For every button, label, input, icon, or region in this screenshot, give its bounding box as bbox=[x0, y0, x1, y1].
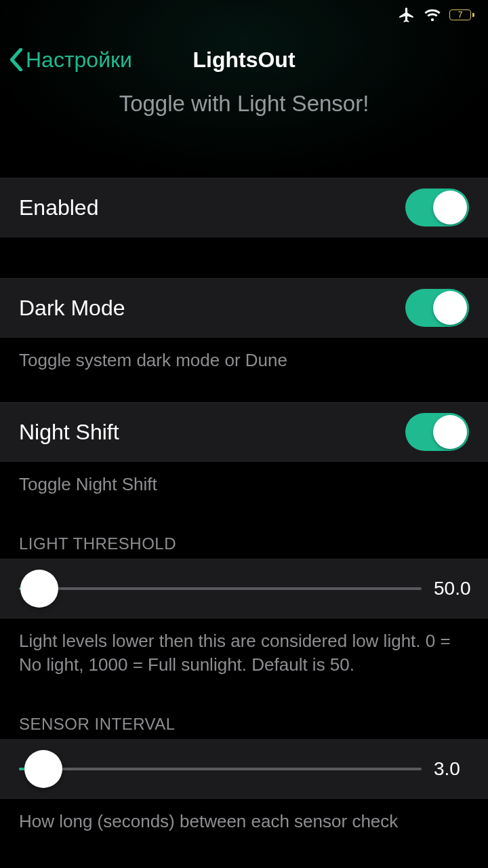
page-title: LightsOut bbox=[192, 47, 295, 73]
interval-slider[interactable] bbox=[19, 755, 422, 783]
chevron-left-icon bbox=[9, 48, 23, 71]
back-label: Настройки bbox=[26, 47, 132, 73]
airplane-mode-icon bbox=[398, 6, 415, 24]
interval-header: SENSOR INTERVAL bbox=[0, 693, 488, 739]
nav-bar: Настройки LightsOut bbox=[0, 30, 488, 90]
interval-row: 3.0 bbox=[0, 739, 488, 799]
threshold-footer: Light levels lower then this are conside… bbox=[0, 618, 488, 693]
darkmode-row: Dark Mode bbox=[0, 278, 488, 338]
darkmode-footer: Toggle system dark mode or Dune bbox=[0, 338, 488, 389]
battery-level: 7 bbox=[458, 10, 463, 20]
threshold-row: 50.0 bbox=[0, 559, 488, 618]
interval-footer: How long (seconds) between each sensor c… bbox=[0, 799, 488, 850]
darkmode-toggle[interactable] bbox=[405, 289, 469, 327]
back-button[interactable]: Настройки bbox=[9, 47, 132, 73]
status-bar: 7 bbox=[0, 0, 488, 30]
nightshift-footer: Toggle Night Shift bbox=[0, 462, 488, 513]
enabled-row: Enabled bbox=[0, 178, 488, 237]
threshold-header: LIGHT THRESHOLD bbox=[0, 513, 488, 559]
nightshift-label: Night Shift bbox=[19, 420, 119, 445]
threshold-slider[interactable] bbox=[19, 575, 422, 602]
nightshift-toggle[interactable] bbox=[405, 413, 469, 451]
nightshift-row: Night Shift bbox=[0, 402, 488, 462]
page-subtitle: Toggle with Light Sensor! bbox=[0, 90, 488, 129]
enabled-toggle[interactable] bbox=[405, 189, 469, 226]
threshold-value: 50.0 bbox=[434, 578, 474, 599]
interval-value: 3.0 bbox=[434, 758, 474, 780]
enabled-label: Enabled bbox=[19, 195, 98, 220]
darkmode-label: Dark Mode bbox=[19, 296, 125, 321]
wifi-icon bbox=[424, 7, 441, 22]
battery-icon: 7 bbox=[449, 9, 474, 20]
